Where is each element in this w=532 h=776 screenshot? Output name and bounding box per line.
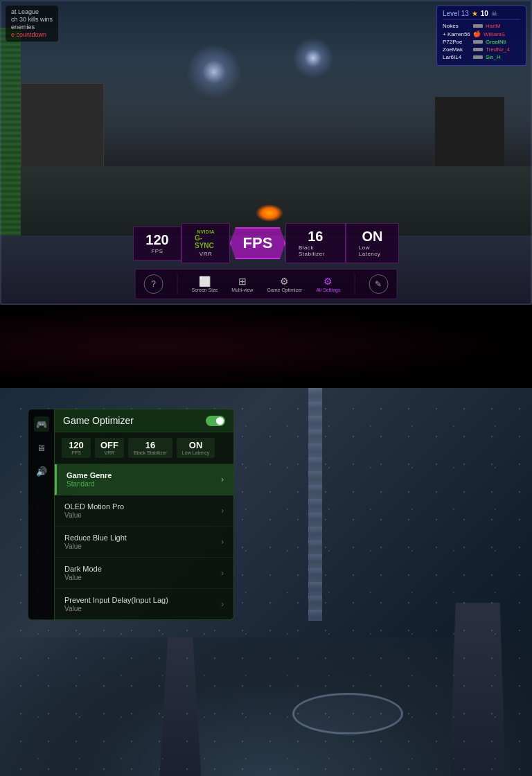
optimizer-panel: Game Optimizer 120 FPS OFF VRR 16 Black … <box>54 409 234 620</box>
mini-stat-black-stab-label: Black Stabilizer <box>134 450 167 455</box>
level-label: Level 13 <box>443 10 469 17</box>
menu-item-reduce-blue-light-left: Reduce Blue Light Value <box>64 534 127 550</box>
screen-size-icon: ⬜ <box>198 276 211 285</box>
menu-item-reduce-blue-light-val: Value <box>64 543 127 550</box>
menu-item-oled-motion-left: OLED Motion Pro Value <box>64 502 124 519</box>
multi-view-icon: ⊞ <box>236 276 249 285</box>
menu-divider-1 <box>177 274 178 294</box>
player-row-1: Nokes HariM <box>443 23 520 29</box>
side-icon-gamepad[interactable]: 🎮 <box>34 416 49 432</box>
menu-item-game-genre[interactable]: Game Genre Standard › <box>55 464 233 495</box>
mini-stat-latency-label: Low Latency <box>182 450 209 455</box>
score-left-panel: at League ch 30 kills wins enemies e cou… <box>6 6 58 42</box>
game-optimizer-menu-item[interactable]: ⚙ Game Optimizer <box>267 276 302 292</box>
help-icon: ? <box>151 279 156 289</box>
menu-item-reduce-blue-light-name: Reduce Blue Light <box>64 534 127 542</box>
mini-stats-bar: 120 FPS OFF VRR 16 Black Stabilizer ON L… <box>55 432 233 464</box>
menu-item-input-lag-val: Value <box>64 605 168 612</box>
all-settings-menu-item[interactable]: ⚙ All Settings <box>316 276 340 292</box>
gsync-nvidia-label: NVIDIA <box>197 229 215 234</box>
chevron-right-dark-mode: › <box>221 568 224 578</box>
mini-stat-vrr-label: VRR <box>105 450 115 455</box>
menu-item-game-genre-left: Game Genre Standard <box>66 471 112 488</box>
mini-stat-fps-label: FPS <box>71 450 81 455</box>
bottom-game-section: 🎮 🖥 🔊 Game Optimizer 120 FPS OFF VRR <box>0 388 532 776</box>
player-row-3: P72Poe GreatNti <box>443 39 520 45</box>
edit-icon: ✎ <box>375 279 382 289</box>
score-line-3: enemies <box>11 24 53 30</box>
gsync-stat: NVIDIA G-SYNC VRR <box>181 223 230 263</box>
mini-stat-vrr: OFF VRR <box>95 438 124 458</box>
game-optimizer-icon: ⚙ <box>278 276 291 285</box>
fps-stat: 120 FPS <box>133 227 181 261</box>
all-settings-label: All Settings <box>316 288 340 292</box>
menu-item-oled-motion-val: Value <box>64 511 124 519</box>
menu-item-dark-mode-left: Dark Mode Value <box>64 565 102 581</box>
mini-stat-black-stab-value: 16 <box>145 441 155 450</box>
menu-item-input-lag[interactable]: Prevent Input Delay(Input Lag) Value › <box>55 589 233 619</box>
menu-item-dark-mode-name: Dark Mode <box>64 565 102 573</box>
chevron-right-oled-motion: › <box>221 506 224 515</box>
screen-size-menu-item[interactable]: ⬜ Screen Size <box>192 276 218 292</box>
menu-item-oled-motion[interactable]: OLED Motion Pro Value › <box>55 495 233 527</box>
menu-item-game-genre-val: Standard <box>66 480 112 488</box>
multi-view-menu-item[interactable]: ⊞ Multi-view <box>231 276 253 292</box>
gun-icon-4 <box>473 48 483 51</box>
optimizer-header: Game Optimizer <box>55 409 233 432</box>
menu-item-dark-mode[interactable]: Dark Mode Value › <box>55 558 233 589</box>
menu-divider-2 <box>354 274 355 294</box>
game-background-top: at League ch 30 kills wins enemies e cou… <box>0 0 532 305</box>
chevron-right-game-genre: › <box>221 475 224 484</box>
fps-center-value: FPS <box>243 236 273 251</box>
side-icon-bar: 🎮 🖥 🔊 <box>28 409 54 620</box>
mini-stat-fps-value: 120 <box>69 441 84 450</box>
star-icon: ★ <box>472 10 478 17</box>
game-optimizer-label: Game Optimizer <box>267 288 302 292</box>
optimizer-toggle[interactable] <box>206 416 225 426</box>
middle-section <box>0 305 532 388</box>
mini-stat-latency: ON Low Latency <box>177 438 215 458</box>
all-settings-icon: ⚙ <box>322 276 335 285</box>
help-button[interactable]: ? <box>144 274 163 294</box>
mini-stat-black-stab: 16 Black Stabilizer <box>128 438 172 458</box>
fps-center-stat: FPS <box>230 227 285 259</box>
black-stab-label: Black Stabilizer <box>299 245 332 257</box>
menu-item-input-lag-left: Prevent Input Delay(Input Lag) Value <box>64 596 168 612</box>
low-latency-label: Low Latency <box>359 245 386 257</box>
low-latency-stat: ON Low Latency <box>346 223 399 263</box>
gsync-brand-label: G-SYNC <box>195 234 217 249</box>
skull-icon: ☠ <box>491 10 497 17</box>
green-fence <box>0 28 21 236</box>
mini-stat-vrr-value: OFF <box>100 441 118 450</box>
fps-value: 120 <box>145 233 168 247</box>
player-row-2: + Karren56 🍎 WilliamS <box>443 30 520 37</box>
stats-bar: 120 FPS NVIDIA G-SYNC VRR FPS 16 Black S… <box>133 223 399 263</box>
level-number: 10 <box>481 10 488 17</box>
mini-stat-fps: 120 FPS <box>62 438 91 458</box>
gun-icon-5 <box>473 55 483 59</box>
gun-icon-1 <box>473 24 483 28</box>
menu-item-reduce-blue-light[interactable]: Reduce Blue Light Value › <box>55 527 233 558</box>
screen-size-label: Screen Size <box>192 288 218 292</box>
menu-item-oled-motion-name: OLED Motion Pro <box>64 502 124 511</box>
gsync-vrr-label: VRR <box>200 251 212 257</box>
level-badge: Level 13 ★ 10 ☠ <box>443 10 520 20</box>
side-icon-sound[interactable]: 🔊 <box>34 464 49 479</box>
menu-item-dark-mode-val: Value <box>64 574 102 581</box>
low-latency-value: ON <box>362 229 382 243</box>
side-icon-display[interactable]: 🖥 <box>34 440 49 455</box>
score-line-1: at League <box>11 8 53 15</box>
menu-item-input-lag-name: Prevent Input Delay(Input Lag) <box>64 596 168 604</box>
optimizer-title: Game Optimizer <box>63 415 134 426</box>
optimizer-wrapper: 🎮 🖥 🔊 Game Optimizer 120 FPS OFF VRR <box>28 409 234 620</box>
edit-button[interactable]: ✎ <box>369 274 388 294</box>
player-row-4: ZoeMak TredNz_4 <box>443 46 520 53</box>
gsync-badge: NVIDIA G-SYNC <box>195 229 217 249</box>
gun-icon-3 <box>473 40 483 44</box>
black-stab-stat: 16 Black Stabilizer <box>285 223 346 263</box>
fps-label: FPS <box>151 248 163 254</box>
score-line-2: ch 30 kills wins <box>11 16 53 23</box>
multi-view-label: Multi-view <box>231 288 253 292</box>
chevron-right-input-lag: › <box>221 599 224 609</box>
menu-item-game-genre-name: Game Genre <box>66 471 112 479</box>
